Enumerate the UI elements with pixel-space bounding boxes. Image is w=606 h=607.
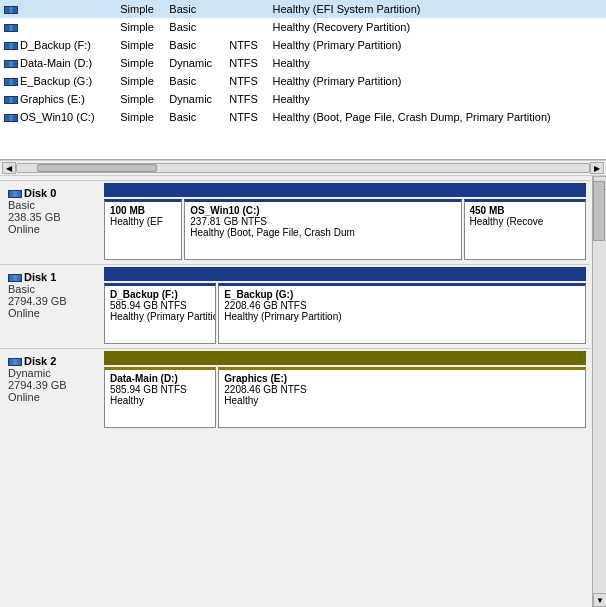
row-filesystem: NTFS [225,36,268,54]
row-filesystem: NTFS [225,54,268,72]
bar-segment [465,183,586,197]
partition-size-fs: 2208.46 GB NTFS [224,300,580,311]
partition-name: OS_Win10 (C:) [190,205,455,216]
bar-segment [104,267,210,281]
partition-cell[interactable]: Data-Main (D:) 585.94 GB NTFS Healthy [104,367,216,428]
partition-cell[interactable]: 450 MB Healthy (Recove [464,199,587,260]
row-type: Basic [165,36,225,54]
scroll-right-button[interactable]: ▶ [590,162,604,174]
partition-cell[interactable]: E_Backup (G:) 2208.46 GB NTFS Healthy (P… [218,283,586,344]
disk-name-line: Disk 2 [8,355,92,367]
disk-partitions-area: D_Backup (F:) 585.94 GB NTFS Healthy (Pr… [100,267,590,344]
row-type: Basic [165,72,225,90]
row-layout: Simple [116,0,165,18]
bar-segment [210,351,586,365]
partition-status: Healthy [224,395,580,406]
partition-cell-row: Data-Main (D:) 585.94 GB NTFS Healthy Gr… [104,367,586,428]
table-row[interactable]: Simple Basic Healthy (Recovery Partition… [0,18,606,36]
disk-name-line: Disk 1 [8,271,92,283]
row-type: Basic [165,0,225,18]
disk-list-table: Simple Basic Healthy (EFI System Partiti… [0,0,606,160]
partition-status: Healthy [110,395,210,406]
partition-cell[interactable]: D_Backup (F:) 585.94 GB NTFS Healthy (Pr… [104,283,216,344]
partition-size-fs: Healthy (Recove [470,216,581,227]
row-name: OS_Win10 (C:) [0,108,116,126]
row-filesystem [225,18,268,36]
partition-size-fs: 585.94 GB NTFS [110,384,210,395]
scroll-left-button[interactable]: ◀ [2,162,16,174]
row-type: Basic [165,108,225,126]
table-row[interactable]: Data-Main (D:) Simple Dynamic NTFS Healt… [0,54,606,72]
row-layout: Simple [116,108,165,126]
horizontal-scrollbar[interactable] [16,163,590,173]
disk-name-line: Disk 0 [8,187,92,199]
disk-online-status: Online [8,391,92,403]
row-status: Healthy (Primary Partition) [269,72,606,90]
partition-cell[interactable]: Graphics (E:) 2208.46 GB NTFS Healthy [218,367,586,428]
row-status: Healthy (EFI System Partition) [269,0,606,18]
row-name: Data-Main (D:) [0,54,116,72]
row-filesystem: NTFS [225,108,268,126]
vertical-scrollbar-thumb[interactable] [593,181,605,241]
partition-size-fs: 585.94 GB NTFS [110,300,210,311]
row-layout: Simple [116,18,165,36]
partition-table: Simple Basic Healthy (EFI System Partiti… [0,0,606,126]
row-type: Dynamic [165,54,225,72]
table-row[interactable]: Graphics (E:) Simple Dynamic NTFS Health… [0,90,606,108]
disk-partitions-area: 100 MB Healthy (EF OS_Win10 (C:) 237.81 … [100,183,590,260]
row-name [0,18,116,36]
disk-graphical-area: Disk 0 Basic 238.35 GB Online 100 MB Hea… [0,176,606,607]
partition-name: 450 MB [470,205,581,216]
partition-cell-row: D_Backup (F:) 585.94 GB NTFS Healthy (Pr… [104,283,586,344]
horizontal-scrollbar-thumb[interactable] [37,164,157,172]
table-row[interactable]: Simple Basic Healthy (EFI System Partiti… [0,0,606,18]
bar-segment [210,267,586,281]
partition-name: Graphics (E:) [224,373,580,384]
scroll-down-button[interactable]: ▼ [593,593,606,607]
horizontal-scrollbar-area: ◀ ▶ [0,160,606,176]
partition-cell[interactable]: 100 MB Healthy (EF [104,199,182,260]
table-row[interactable]: OS_Win10 (C:) Simple Basic NTFS Healthy … [0,108,606,126]
row-name: D_Backup (F:) [0,36,116,54]
disk-row: Disk 2 Dynamic 2794.39 GB Online Data-Ma… [0,348,590,428]
row-status: Healthy [269,54,606,72]
disk-size: 2794.39 GB [8,379,92,391]
row-filesystem: NTFS [225,72,268,90]
row-name [0,0,116,18]
partition-name: 100 MB [110,205,176,216]
partition-status: Healthy (Primary Partition) [110,311,210,322]
disk-type: Dynamic [8,367,92,379]
partition-color-bar [104,351,586,365]
row-layout: Simple [116,54,165,72]
row-status: Healthy (Recovery Partition) [269,18,606,36]
partition-status: Healthy (Primary Partition) [224,311,580,322]
disk-online-status: Online [8,223,92,235]
partition-name: Data-Main (D:) [110,373,210,384]
partition-cell[interactable]: OS_Win10 (C:) 237.81 GB NTFS Healthy (Bo… [184,199,461,260]
bar-segment [104,183,176,197]
partition-status: Healthy (Boot, Page File, Crash Dum [190,227,455,238]
disk-label: Disk 0 Basic 238.35 GB Online [0,183,100,260]
disk-label: Disk 1 Basic 2794.39 GB Online [0,267,100,344]
partition-size-fs: 2208.46 GB NTFS [224,384,580,395]
row-layout: Simple [116,72,165,90]
table-row[interactable]: D_Backup (F:) Simple Basic NTFS Healthy … [0,36,606,54]
row-filesystem [225,0,268,18]
row-status: Healthy [269,90,606,108]
row-type: Basic [165,18,225,36]
row-name: Graphics (E:) [0,90,116,108]
row-layout: Simple [116,90,165,108]
disk-type: Basic [8,283,92,295]
disk-size: 238.35 GB [8,211,92,223]
partition-name: D_Backup (F:) [110,289,210,300]
partition-size-fs: Healthy (EF [110,216,176,227]
disk-row: Disk 0 Basic 238.35 GB Online 100 MB Hea… [0,180,590,260]
vertical-scrollbar[interactable]: ▲ ▼ [592,176,606,607]
row-filesystem: NTFS [225,90,268,108]
disk-size: 2794.39 GB [8,295,92,307]
partition-name: E_Backup (G:) [224,289,580,300]
disk-label: Disk 2 Dynamic 2794.39 GB Online [0,351,100,428]
table-row[interactable]: E_Backup (G:) Simple Basic NTFS Healthy … [0,72,606,90]
disk-partitions-area: Data-Main (D:) 585.94 GB NTFS Healthy Gr… [100,351,590,428]
row-status: Healthy (Primary Partition) [269,36,606,54]
